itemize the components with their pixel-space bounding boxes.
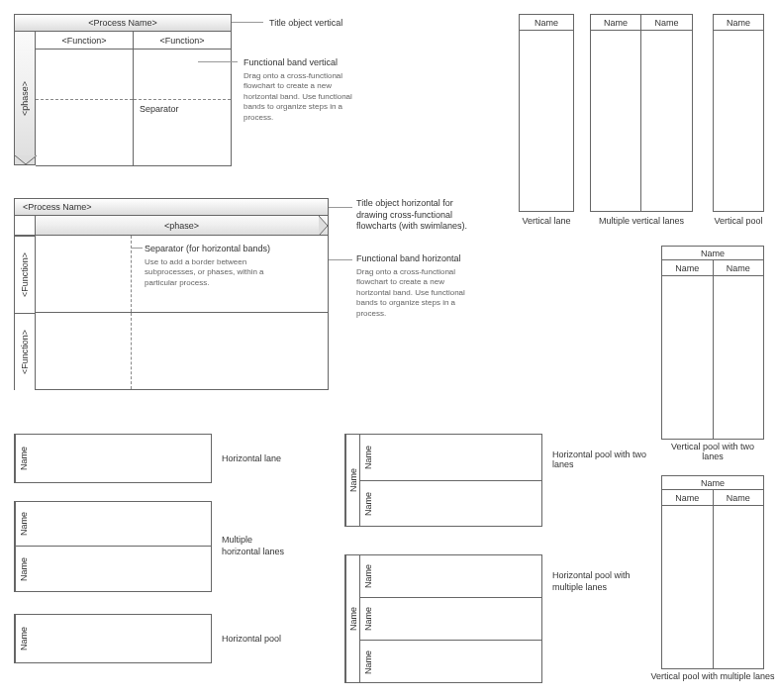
separator-label: Separator <box>140 104 179 114</box>
hl-header: Name <box>15 435 31 482</box>
mhl-label: Multiple horizontal lanes <box>222 535 291 557</box>
vertical-pool-multi: Name Name Name <box>661 475 764 669</box>
phase-bar-h: <phase> <box>36 216 329 236</box>
hp-label: Horizontal pool <box>222 634 281 644</box>
callout-band-desc: Drag onto a cross-functional flowchart t… <box>243 71 352 123</box>
hpm-title: Name <box>345 555 359 682</box>
vertical-lane-header: Name <box>520 15 573 31</box>
callout-line <box>329 259 352 260</box>
function-cell-2 <box>36 313 329 390</box>
mhl-h1: Name <box>15 502 31 546</box>
vpm-h2: Name <box>714 490 764 506</box>
callout-line <box>131 248 143 249</box>
vertical-pool-label: Vertical pool <box>709 216 768 226</box>
callout-title-vertical: Title object vertical <box>269 18 342 28</box>
horizontal-pool-two: Name Name Name <box>344 434 542 527</box>
mhl-h2: Name <box>15 547 31 591</box>
function-header-2: <Function> <box>134 32 231 50</box>
vpm-h1: Name <box>662 490 713 506</box>
mvl-header-2: Name <box>641 15 692 31</box>
separator-v-2 <box>131 313 132 389</box>
mvl-label: Multiple vertical lanes <box>590 216 693 226</box>
separator-line <box>36 99 133 100</box>
phase-corner <box>14 216 36 236</box>
process-title-h-text: <Process Name> <box>23 202 92 212</box>
callout-line <box>232 22 263 23</box>
separator-line-2 <box>134 99 231 100</box>
multiple-horizontal-lanes: Name Name <box>14 501 212 592</box>
phase-label: <phase> <box>15 32 35 164</box>
callout-band-vertical: Functional band vertical <box>243 57 338 67</box>
swimlane-vertical: <Process Name> <phase> <Function> <Funct… <box>14 14 232 166</box>
callout-band-horizontal: Functional band horizontal <box>356 253 461 263</box>
vpm-label: Vertical pool with multiple lanes <box>649 671 776 681</box>
hpt-h1: Name <box>359 435 375 480</box>
function-row-1: <Function> <box>14 236 36 313</box>
vertical-pool-header: Name <box>714 15 763 31</box>
multiple-vertical-lanes: Name Name <box>590 14 693 212</box>
sep-callout-desc: Use to add a border between subprocesses… <box>145 257 273 288</box>
hpm-h2: Name <box>359 598 375 640</box>
vertical-lane: Name <box>519 14 574 212</box>
hpt-h2: Name <box>359 481 375 527</box>
function-row-2: <Function> <box>14 313 36 390</box>
horizontal-lane: Name <box>14 434 212 483</box>
process-title-text: <Process Name> <box>88 18 157 28</box>
vpm-title: Name <box>662 476 763 490</box>
horizontal-pool: Name <box>14 614 212 663</box>
callout-band-h-desc: Drag onto a cross-functional flowchart t… <box>356 267 465 319</box>
hp-header: Name <box>15 615 31 662</box>
hpm-h3: Name <box>359 641 375 683</box>
vpt-label: Vertical pool with two lanes <box>661 442 764 461</box>
function-header-1: <Function> <box>36 32 133 50</box>
callout-title-horizontal: Title object horizontal for drawing cros… <box>356 198 475 233</box>
vpt-h2: Name <box>714 260 764 276</box>
vpt-h1: Name <box>662 260 713 276</box>
mvl-header-1: Name <box>591 15 640 31</box>
function-cell-1: Separator (for horizontal bands) Use to … <box>36 236 329 313</box>
horizontal-pool-multi: Name Name Name Name <box>344 554 542 683</box>
vertical-pool-two: Name Name Name <box>661 246 764 440</box>
process-title: <Process Name> <box>14 14 232 32</box>
hpt-title: Name <box>345 435 359 526</box>
chevron-right-icon <box>319 215 329 237</box>
vpt-title: Name <box>662 247 763 260</box>
function-band-1: <Function> <box>36 32 134 166</box>
vertical-pool: Name <box>713 14 764 212</box>
chevron-down-icon <box>14 155 38 165</box>
process-title-h: <Process Name> <box>14 198 329 216</box>
vertical-lane-label: Vertical lane <box>519 216 574 226</box>
hpm-label: Horizontal pool with multiple lanes <box>552 570 651 593</box>
phase-bar: <phase> <box>14 32 36 165</box>
hpm-h1: Name <box>359 555 375 597</box>
phase-label-h: <phase> <box>164 221 199 231</box>
function-band-2: <Function> Separator <box>134 32 232 166</box>
sep-callout-title: Separator (for horizontal bands) <box>145 244 270 253</box>
swimlane-horizontal: <Process Name> <phase> <Function> Separa… <box>14 198 329 390</box>
callout-line <box>198 61 238 62</box>
callout-line <box>329 207 352 208</box>
hpt-label: Horizontal pool with two lanes <box>552 450 661 469</box>
hl-label: Horizontal lane <box>222 453 281 463</box>
